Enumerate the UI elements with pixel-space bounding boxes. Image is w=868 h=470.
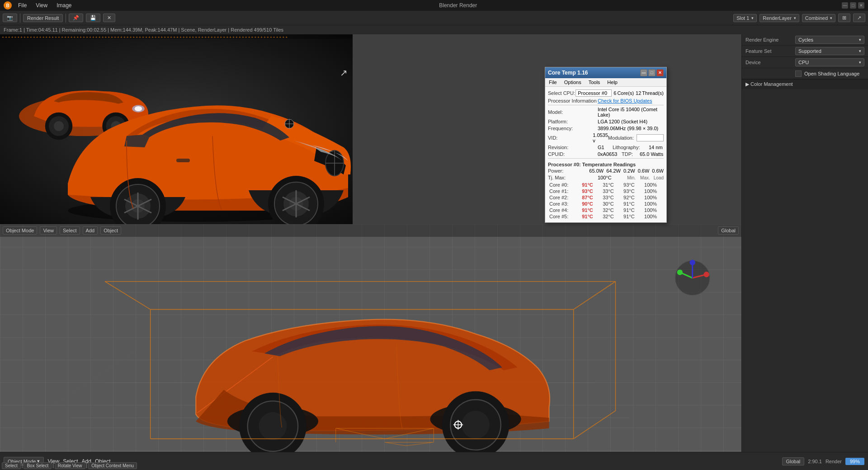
viewport-mode-btn[interactable]: Object Mode [3,226,37,235]
core-max-1: 93°C [622,188,643,194]
threads-value: 12 [636,90,641,96]
core-label-3: Core #3: [548,201,580,207]
lithography-label: Lithography: [613,145,649,150]
tj-max-label: Tj. Max: [548,175,598,180]
save-btn[interactable]: 💾 [86,14,100,22]
platform-label: Platform: [548,119,598,124]
cursor-btn[interactable]: ↗ [853,14,865,22]
feature-set-dropdown[interactable]: Supported [795,47,864,55]
render-label: Render [826,459,842,464]
vid-row: VID: 1.0535 v Modulation: [548,132,664,143]
model-label: Model: [548,109,598,115]
viewport-add-btn[interactable]: Add [83,226,98,235]
ct-menu-options[interactable]: Options [562,79,583,85]
box-select-button[interactable]: Box Select [24,462,52,469]
feature-set-row: Feature Set Supported [742,46,868,57]
core-temp-minimize[interactable]: — [640,69,647,76]
core-load-2: 100% [643,194,664,201]
svg-text:+ + + + + + + + + + + + + + + : + + + + + + + + + + + + + + + + + + + + … [2,35,288,39]
core-temp-menubar: File Options Tools Help [545,78,666,87]
core-temp-controls: — □ ✕ [640,69,664,76]
core-temp-close[interactable]: ✕ [656,69,664,76]
feature-set-label: Feature Set [745,48,795,54]
modulation-label: Modulation: [608,135,637,141]
svg-point-49 [259,412,287,440]
viewport-select-btn[interactable]: Select [60,226,80,235]
object-context-button[interactable]: Object Context Menu [88,462,137,469]
close-button[interactable]: ✕ [858,2,864,9]
render-layer-dropdown[interactable]: RenderLayer [760,14,799,22]
svg-marker-68 [385,442,434,446]
modulation-input[interactable] [637,134,664,141]
lithography-value: 14 nm [649,145,664,150]
menu-view[interactable]: View [33,1,50,9]
core-load-0: 100% [643,182,664,188]
platform-row: Platform: LGA 1200 (Socket H4) [548,119,664,124]
core-temp-maximize[interactable]: □ [648,69,656,76]
processor-input[interactable] [576,89,612,97]
render-icon-btn[interactable]: 📷 [3,14,17,22]
render-result-btn[interactable]: Render Result [23,14,63,22]
device-row: Device CPU [742,57,868,68]
maximize-button[interactable]: □ [850,2,856,9]
viewport-view-btn[interactable]: View [40,226,57,235]
viewport-object-btn[interactable]: Object [100,226,121,235]
select-button[interactable]: Select [2,462,21,469]
svg-point-75 [690,260,695,265]
core-temp-row-2: Core #2: 87°C 33°C 92°C 100% [548,194,664,201]
power-label: Power: [548,168,589,174]
viewport-3d: Object Mode View Select Add Object Globa… [0,224,741,452]
frequency-label: Frequency: [548,126,598,131]
blender-logo: B [4,1,12,9]
separator-2 [66,14,66,23]
processor-info-row: Processor Information Check for BIOS Upd… [548,98,664,103]
window-title: Blender Render [78,2,839,9]
core-current-1: 93°C [580,188,601,194]
threads-label: Thread(s) [642,90,664,96]
slot-dropdown[interactable]: Slot 1 [733,14,757,22]
svg-rect-29 [176,159,190,162]
svg-line-57 [105,282,151,310]
menu-file[interactable]: File [15,1,29,9]
pin-btn[interactable]: 📌 [69,14,83,22]
core-temp-row-5: Core #5: 91°C 32°C 91°C 100% [548,213,664,220]
render-status-text: Frame:1 | Time:04:45.11 | Remaining:00:0… [4,27,283,33]
window-controls: — □ ✕ [842,2,864,9]
core-current-3: 90°C [580,201,601,207]
power-val-0: 65.0W [589,168,604,174]
tj-max-row: Tj. Max: 100°C Min. Max. Load [548,175,664,180]
minimize-button[interactable]: — [842,2,848,9]
core-min-5: 32°C [601,213,622,220]
separator-1 [20,14,20,23]
core-max-2: 92°C [622,194,643,201]
ct-menu-help[interactable]: Help [605,79,619,85]
ct-menu-file[interactable]: File [547,79,559,85]
core-min-0: 31°C [601,182,622,188]
tj-max-value: 100°C [598,175,627,180]
rotate-view-button[interactable]: Rotate View [55,462,85,469]
viewport-global-btn[interactable]: Global [718,226,739,235]
status-bar: Frame:1 | Time:04:45.11 | Remaining:00:0… [0,25,868,34]
osl-checkbox[interactable] [795,70,802,77]
core-temp-row-4: Core #4: 91°C 32°C 91°C 100% [548,207,664,213]
frequency-value: 3899.06MHz (99.98 × 39.0) [598,126,664,131]
core-temp-title: Core Temp 1.16 [548,70,588,76]
combined-dropdown[interactable]: Combined [802,14,835,22]
display-options-btn[interactable]: ⊞ [838,14,850,22]
core-label-1: Core #1: [548,188,580,194]
check-bios-link[interactable]: Check for BIOS Updates [598,98,652,103]
device-dropdown[interactable]: CPU [795,58,864,66]
frequency-row: Frequency: 3899.06MHz (99.98 × 39.0) [548,126,664,131]
core-max-3: 91°C [622,201,643,207]
close-render-btn[interactable]: ✕ [103,14,115,22]
menu-image[interactable]: Image [54,1,74,9]
device-label: Device [745,60,795,65]
core-temp-table: Core #0: 91°C 31°C 93°C 100% Core #1: 93… [548,182,664,220]
ct-menu-tools[interactable]: Tools [587,79,602,85]
core-max-4: 91°C [622,207,643,213]
color-management-section[interactable]: ▶ Color Management [742,79,868,89]
core-load-5: 100% [643,213,664,220]
render-engine-dropdown[interactable]: Cycles [795,36,864,44]
global-btn[interactable]: Global [782,457,805,465]
revision-value: G1 [598,145,613,150]
